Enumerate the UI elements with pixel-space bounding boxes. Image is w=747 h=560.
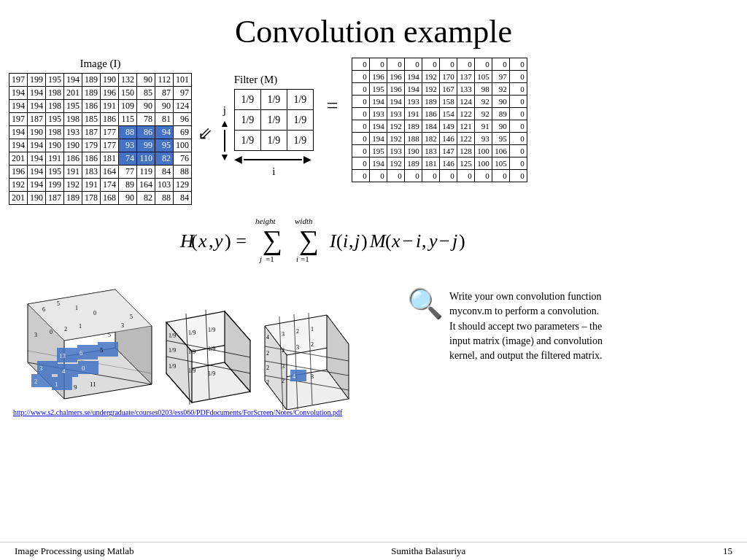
svg-text:2: 2: [282, 378, 285, 384]
svg-text:11: 11: [90, 381, 96, 388]
svg-text:2: 2: [266, 350, 269, 357]
j-axis: j ▲ ▼: [220, 104, 230, 163]
svg-text:1/9: 1/9: [169, 363, 176, 370]
svg-text:∑: ∑: [299, 225, 319, 256]
description-line4: input matrix (image) and convolution: [449, 334, 603, 349]
svg-text:,: ,: [422, 230, 427, 252]
svg-text:2: 2: [282, 347, 285, 354]
svg-text:1: 1: [311, 326, 314, 332]
svg-text:3: 3: [282, 331, 285, 338]
svg-text:2: 2: [34, 378, 38, 385]
result-section: 0000000000019619619419217013710597001951…: [352, 58, 527, 182]
svg-text:6: 6: [42, 306, 45, 313]
svg-text:1/9: 1/9: [208, 370, 215, 377]
svg-text:3: 3: [282, 363, 285, 370]
formula-section: H ( x , y ) = height ∑ j =1 width ∑ i =1…: [0, 209, 747, 264]
svg-text:=1: =1: [266, 254, 274, 263]
svg-text:∑: ∑: [263, 225, 282, 256]
description: 🔍 Write your own convolution function my…: [392, 268, 734, 363]
svg-text:i: i: [416, 230, 421, 252]
equals-sign: =: [320, 94, 346, 117]
svg-text:5: 5: [108, 332, 111, 338]
image-label: Image (I): [9, 58, 192, 70]
svg-text:1: 1: [79, 323, 82, 330]
svg-text:1/9: 1/9: [188, 368, 196, 374]
footer-left: Image Processing using Matlab: [15, 545, 134, 557]
description-line5: kernel, and output the filtered matrix.: [449, 349, 603, 363]
formula-svg: H ( x , y ) = height ∑ j =1 width ∑ i =1…: [169, 209, 578, 264]
svg-text:3: 3: [311, 373, 314, 380]
svg-text:1/9: 1/9: [208, 327, 215, 333]
svg-text:1/9: 1/9: [169, 332, 176, 339]
svg-text:y: y: [212, 230, 223, 252]
svg-text:j: j: [352, 230, 360, 252]
footer: Image Processing using Matlab Sumitha Ba…: [0, 542, 747, 560]
image-matrix: 1971991951941891901329011210119419419820…: [9, 73, 192, 205]
svg-text:3: 3: [121, 322, 124, 329]
cursor-icon: ⇙: [198, 123, 212, 144]
svg-text:(: (: [385, 230, 392, 252]
svg-text:y: y: [427, 230, 438, 252]
i-label: i: [234, 166, 314, 178]
illustration-svg: 13 6 5 3 0 2 1 3 4 0 2 1 9 11 5: [13, 268, 392, 410]
svg-text:0: 0: [93, 310, 96, 316]
svg-text:j: j: [450, 230, 457, 252]
magnifier-icon: 🔍: [407, 289, 444, 319]
svg-text:1/9: 1/9: [208, 346, 215, 352]
svg-text:6: 6: [80, 349, 83, 357]
svg-text:=1: =1: [301, 254, 309, 263]
svg-text:x: x: [391, 230, 400, 252]
svg-text:4: 4: [266, 334, 269, 341]
svg-text:3: 3: [39, 365, 43, 372]
svg-text:i: i: [296, 254, 298, 263]
filter-label: Filter (M): [234, 74, 278, 86]
footer-center: Sumitha Balasuriya: [391, 545, 465, 557]
filter-table-container: 1/91/91/91/91/91/91/91/91/9 ◀ ▶ i: [234, 89, 314, 178]
svg-text:1: 1: [75, 305, 78, 311]
i-axis: ◀ ▶: [234, 153, 314, 166]
filter-area: Filter (M) ⇙ j ▲ ▼ 1/91/91/91/91/91/91/9…: [198, 74, 314, 178]
svg-text:): ): [459, 230, 465, 252]
svg-text:1/9: 1/9: [188, 330, 196, 336]
svg-text:i: i: [343, 230, 348, 252]
svg-text:5: 5: [100, 346, 104, 354]
svg-text:2: 2: [266, 379, 269, 386]
svg-text:4: 4: [293, 373, 295, 380]
svg-text:,: ,: [349, 230, 354, 252]
image-section: Image (I) 197199195194189190132901121011…: [9, 58, 192, 205]
svg-text:1/9: 1/9: [188, 349, 196, 355]
svg-text:): ): [361, 230, 368, 252]
svg-text:2: 2: [266, 365, 269, 371]
result-matrix: 0000000000019619619419217013710597001951…: [352, 58, 527, 182]
svg-text:1: 1: [55, 381, 58, 388]
svg-text:9: 9: [74, 384, 77, 391]
j-label: j: [223, 104, 226, 117]
filter-matrix: 1/91/91/91/91/91/91/91/91/9: [234, 89, 314, 151]
page-title: Convolution example: [0, 0, 747, 58]
svg-text:(: (: [336, 230, 343, 252]
svg-text:2: 2: [296, 328, 299, 335]
svg-text:,: ,: [209, 230, 214, 252]
svg-text:x: x: [198, 230, 207, 252]
svg-text:5: 5: [130, 314, 133, 320]
svg-text:) =: ) =: [225, 230, 247, 252]
filter-with-arrows: ⇙ j ▲ ▼ 1/91/91/91/91/91/91/91/91/9 ◀ ▶: [198, 89, 314, 178]
description-line1: Write your own convolution function: [449, 289, 603, 304]
svg-text:4: 4: [62, 368, 66, 375]
svg-text:0: 0: [50, 329, 53, 335]
svg-text:−: −: [403, 230, 414, 252]
svg-text:M: M: [369, 230, 387, 252]
svg-text:2: 2: [311, 341, 314, 348]
svg-text:(: (: [191, 230, 198, 252]
svg-text:j: j: [258, 254, 262, 263]
svg-rect-49: [58, 364, 78, 377]
top-content-area: Image (I) 197199195194189190132901121011…: [0, 58, 747, 205]
svg-text:1/9: 1/9: [169, 347, 176, 354]
svg-text:13: 13: [59, 352, 66, 359]
footer-right: 15: [723, 545, 732, 557]
svg-text:−: −: [439, 230, 450, 252]
svg-text:0: 0: [82, 365, 85, 372]
svg-text:3: 3: [34, 332, 37, 338]
svg-text:2: 2: [64, 326, 67, 332]
illustration: 13 6 5 3 0 2 1 3 4 0 2 1 9 11 5: [13, 268, 392, 410]
